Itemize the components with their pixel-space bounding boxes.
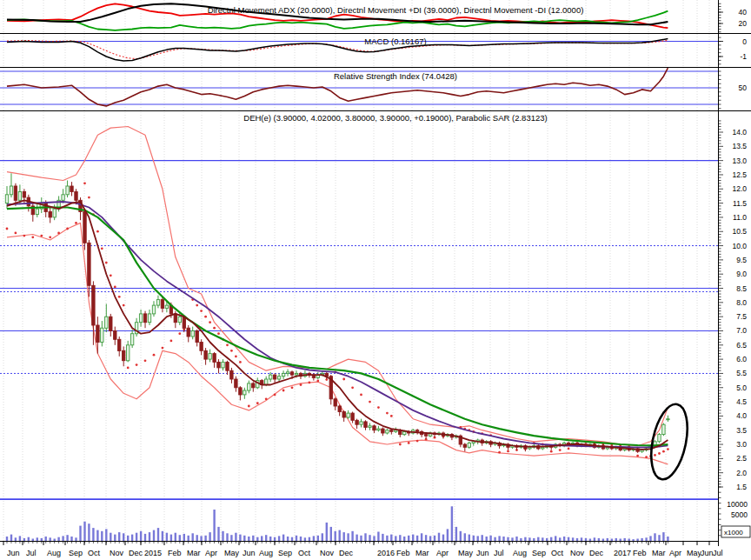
- svg-text:13.0: 13.0: [732, 157, 747, 165]
- svg-text:11.0: 11.0: [733, 213, 747, 222]
- svg-text:Dec: Dec: [129, 549, 143, 557]
- svg-text:May: May: [458, 549, 474, 557]
- right-axis-labels: 1.52.02.53.03.54.04.55.05.56.06.57.07.58…: [719, 3, 748, 536]
- svg-text:10.5: 10.5: [732, 227, 747, 236]
- svg-text:6.5: 6.5: [736, 341, 747, 350]
- svg-text:Nov: Nov: [110, 549, 124, 557]
- svg-text:2015: 2015: [144, 549, 162, 557]
- svg-text:Aug: Aug: [259, 549, 273, 557]
- axes: [0, 0, 751, 546]
- svg-text:Feb: Feb: [396, 549, 410, 557]
- svg-text:Apr: Apr: [205, 549, 217, 557]
- svg-text:May: May: [687, 549, 702, 557]
- svg-text:Mar: Mar: [187, 549, 201, 557]
- volume-bars: [6, 506, 669, 541]
- svg-text:Sep: Sep: [278, 549, 292, 557]
- svg-text:6.0: 6.0: [736, 355, 747, 363]
- macd-panel-title: MACD (0.16167): [364, 37, 426, 46]
- svg-text:2.5: 2.5: [736, 454, 747, 463]
- svg-text:-1: -1: [740, 52, 747, 61]
- chart-layers: 1.52.02.53.03.54.04.55.05.56.06.57.07.58…: [0, 0, 751, 557]
- volume-unit-box: x1000: [721, 526, 750, 537]
- svg-text:8.5: 8.5: [736, 284, 747, 293]
- svg-text:Apr: Apr: [669, 549, 681, 557]
- svg-text:Feb: Feb: [633, 549, 647, 557]
- svg-text:Oct: Oct: [88, 549, 101, 557]
- technical-analysis-chart: 1.52.02.53.03.54.04.55.05.56.06.57.07.58…: [0, 0, 751, 560]
- svg-text:9.0: 9.0: [736, 270, 747, 278]
- svg-text:13.5: 13.5: [732, 142, 747, 150]
- svg-text:Aug: Aug: [47, 549, 61, 557]
- svg-text:4.0: 4.0: [736, 411, 747, 420]
- svg-text:8.0: 8.0: [736, 298, 747, 307]
- svg-text:Feb: Feb: [168, 549, 182, 557]
- svg-text:Jun: Jun: [243, 549, 256, 557]
- svg-text:Oct: Oct: [298, 549, 311, 557]
- svg-text:9.5: 9.5: [736, 256, 747, 264]
- svg-text:10.0: 10.0: [732, 242, 747, 250]
- svg-text:Mar: Mar: [415, 549, 429, 557]
- svg-text:2.0: 2.0: [736, 469, 747, 477]
- svg-text:4.5: 4.5: [736, 397, 747, 406]
- svg-text:10000: 10000: [727, 500, 748, 509]
- svg-text:Nov: Nov: [320, 549, 335, 557]
- svg-text:Jul: Jul: [26, 549, 37, 557]
- svg-text:Jun: Jun: [701, 549, 714, 557]
- svg-text:5.0: 5.0: [736, 383, 747, 392]
- svg-text:2017: 2017: [614, 549, 631, 557]
- chart-canvas: 1.52.02.53.03.54.04.55.05.56.06.57.07.58…: [0, 0, 751, 560]
- svg-text:Nov: Nov: [570, 549, 585, 557]
- rsi-panel-title: Relative Strength Index (74.0428): [334, 71, 457, 81]
- price-panel-title: DEH(e) (3.90000, 4.02000, 3.80000, 3.900…: [243, 113, 547, 123]
- svg-text:2016: 2016: [377, 549, 395, 557]
- month-gridlines: [3, 0, 709, 541]
- svg-text:Sep: Sep: [69, 549, 83, 557]
- svg-text:Oct: Oct: [551, 549, 564, 557]
- svg-text:3.5: 3.5: [736, 426, 747, 435]
- svg-text:May: May: [224, 549, 240, 557]
- svg-text:Jul: Jul: [494, 549, 504, 557]
- svg-text:12.0: 12.0: [732, 184, 747, 193]
- svg-text:7.0: 7.0: [736, 326, 747, 335]
- svg-text:Dec: Dec: [589, 549, 604, 557]
- dmi-panel-title: Directnl Movement ADX (20.0000), Directn…: [208, 5, 584, 15]
- svg-text:40: 40: [739, 8, 748, 17]
- svg-text:Jun: Jun: [7, 549, 20, 557]
- svg-text:Jun: Jun: [476, 549, 489, 557]
- svg-text:5.5: 5.5: [736, 369, 747, 377]
- svg-text:3.0: 3.0: [736, 440, 747, 449]
- x-axis-labels: JunJulAugSepOctNovDec2015FebMarAprMayJun…: [3, 541, 723, 557]
- candlesticks: [5, 173, 669, 453]
- svg-text:1.5: 1.5: [736, 483, 747, 491]
- svg-text:5000: 5000: [731, 510, 748, 519]
- svg-text:Mar: Mar: [652, 549, 666, 557]
- svg-text:0: 0: [742, 37, 747, 46]
- svg-text:7.5: 7.5: [736, 312, 747, 321]
- svg-text:Apr: Apr: [436, 549, 449, 557]
- svg-text:Sep: Sep: [532, 549, 546, 557]
- svg-text:20: 20: [739, 19, 748, 28]
- svg-text:50: 50: [739, 83, 748, 92]
- svg-text:12.5: 12.5: [732, 170, 747, 179]
- volume-unit-label: x1000: [724, 529, 743, 537]
- svg-text:Dec: Dec: [339, 549, 354, 557]
- svg-text:14.0: 14.0: [732, 128, 747, 137]
- svg-text:11.5: 11.5: [733, 199, 747, 208]
- svg-text:Aug: Aug: [513, 549, 527, 557]
- svg-text:Jul: Jul: [713, 549, 723, 557]
- annotation-ellipse: [645, 401, 693, 483]
